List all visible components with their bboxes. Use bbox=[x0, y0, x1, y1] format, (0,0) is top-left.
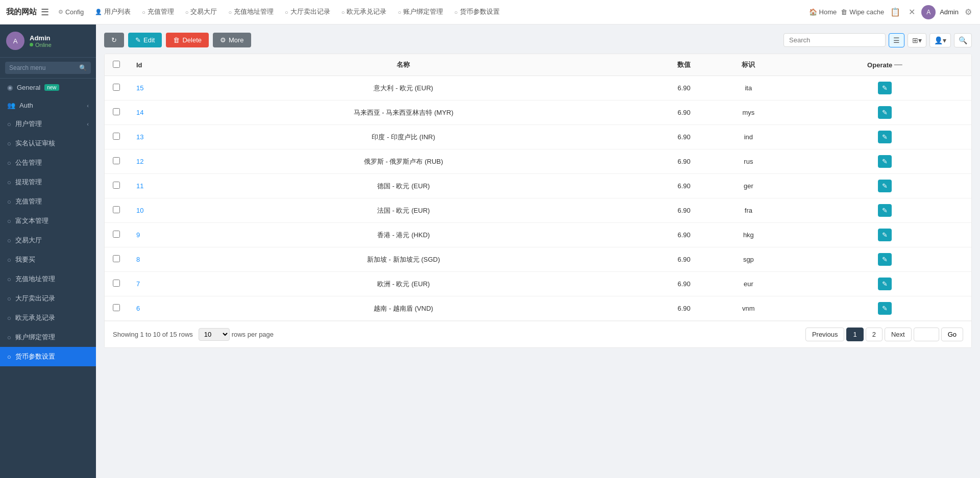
row-edit-button[interactable]: ✎ bbox=[878, 106, 892, 119]
row-flag-cell: fra bbox=[699, 198, 798, 223]
sidebar-item-hall-sell[interactable]: ○ 大厅卖出记录 bbox=[0, 289, 96, 308]
sidebar-item-buy[interactable]: ○ 我要买 bbox=[0, 250, 96, 269]
sidebar-icon-recharge: ○ bbox=[7, 198, 11, 206]
sidebar-item-euro-record[interactable]: ○ 欧元承兑记录 bbox=[0, 308, 96, 328]
sidebar-profile: A Admin Online bbox=[0, 24, 96, 58]
sidebar-item-trading[interactable]: ○ 交易大厅 bbox=[0, 231, 96, 250]
row-edit-button[interactable]: ✎ bbox=[878, 229, 892, 241]
list-view-btn[interactable]: ☰ bbox=[889, 33, 904, 47]
sidebar-item-left-auth: 👥 Auth bbox=[7, 102, 33, 109]
row-edit-button[interactable]: ✎ bbox=[878, 278, 892, 290]
top-nav-link-address-mgmt[interactable]: ○充值地址管理 bbox=[223, 6, 279, 18]
sidebar-item-fuben[interactable]: ○ 富文本管理 bbox=[0, 211, 96, 231]
row-operate-cell: ✎ bbox=[798, 174, 971, 198]
row-checkbox[interactable] bbox=[113, 133, 120, 140]
sidebar-item-addr-mgmt[interactable]: ○ 充值地址管理 bbox=[0, 269, 96, 289]
top-nav-link-currency-param[interactable]: ○货币参数设置 bbox=[449, 6, 505, 18]
row-edit-button[interactable]: ✎ bbox=[878, 131, 892, 143]
toolbar: ↻ ✎ Edit 🗑 Delete ⚙ More ☰ ⊞▾ 👤▾ 🔍 bbox=[104, 33, 972, 47]
grid-view-btn[interactable]: ⊞▾ bbox=[908, 33, 926, 47]
row-edit-button[interactable]: ✎ bbox=[878, 204, 892, 217]
row-checkbox[interactable] bbox=[113, 157, 120, 164]
search-toggle-btn[interactable]: 🔍 bbox=[954, 33, 972, 47]
sidebar-label-hall-sell: 大厅卖出记录 bbox=[15, 294, 55, 303]
page-jump-input[interactable] bbox=[914, 328, 939, 341]
top-nav-link-trading[interactable]: ○交易大厅 bbox=[180, 6, 223, 18]
go-button[interactable]: Go bbox=[941, 328, 963, 341]
edit-button[interactable]: ✎ Edit bbox=[128, 33, 162, 47]
row-checkbox[interactable] bbox=[113, 206, 120, 213]
row-checkbox[interactable] bbox=[113, 280, 120, 287]
row-checkbox[interactable] bbox=[113, 304, 120, 311]
row-value-cell: 6.90 bbox=[599, 76, 699, 100]
sidebar-badge-general: new bbox=[44, 84, 59, 91]
table-row: 10 法国 - 欧元 (EUR) 6.90 fra ✎ bbox=[105, 198, 971, 223]
select-all-checkbox[interactable] bbox=[113, 61, 120, 68]
row-checkbox[interactable] bbox=[113, 255, 120, 262]
top-nav-link-euro-承兑[interactable]: ○欧元承兑记录 bbox=[336, 6, 392, 18]
delete-button[interactable]: 🗑 Delete bbox=[166, 33, 209, 47]
row-checkbox-cell bbox=[105, 223, 128, 247]
column-toggle-btn[interactable]: 👤▾ bbox=[929, 33, 951, 47]
row-id-cell[interactable]: 12 bbox=[128, 149, 208, 174]
row-id-cell[interactable]: 13 bbox=[128, 125, 208, 149]
home-label: Home bbox=[819, 8, 837, 16]
sidebar-item-acct-bind[interactable]: ○ 账户绑定管理 bbox=[0, 328, 96, 347]
sidebar-item-recharge[interactable]: ○ 充值管理 bbox=[0, 192, 96, 211]
prev-button[interactable]: Previous bbox=[805, 328, 845, 341]
admin-avatar[interactable]: A bbox=[921, 5, 936, 19]
top-nav-link-config[interactable]: ⚙Config bbox=[53, 7, 89, 18]
row-id-cell[interactable]: 8 bbox=[128, 247, 208, 272]
sidebar-item-auth[interactable]: 👥 Auth ‹ bbox=[0, 96, 96, 114]
home-link[interactable]: 🏠 Home bbox=[809, 8, 837, 16]
sidebar-label-withdrawal: 提现管理 bbox=[15, 178, 42, 187]
rows-per-page-select[interactable]: 10 25 50 bbox=[199, 328, 230, 341]
more-button[interactable]: ⚙ More bbox=[213, 33, 251, 47]
minus-icon[interactable]: — bbox=[894, 60, 902, 69]
row-checkbox[interactable] bbox=[113, 108, 120, 115]
sidebar-item-left-recharge: ○ 充值管理 bbox=[7, 197, 42, 206]
table-row: 7 欧洲 - 欧元 (EUR) 6.90 eur ✎ bbox=[105, 272, 971, 296]
search-input[interactable] bbox=[783, 33, 886, 47]
row-id-cell[interactable]: 15 bbox=[128, 76, 208, 100]
search-menu-input[interactable] bbox=[5, 62, 91, 74]
row-checkbox[interactable] bbox=[113, 231, 120, 238]
row-id-cell[interactable]: 11 bbox=[128, 174, 208, 198]
top-nav-link-account-bind[interactable]: ○账户绑定管理 bbox=[393, 6, 448, 18]
wipe-cache-link[interactable]: 🗑 Wipe cache bbox=[841, 8, 884, 16]
header-checkbox-col bbox=[105, 54, 128, 76]
row-operate-cell: ✎ bbox=[798, 272, 971, 296]
refresh-button[interactable]: ↻ bbox=[104, 33, 124, 47]
next-button[interactable]: Next bbox=[885, 328, 912, 341]
row-edit-button[interactable]: ✎ bbox=[878, 82, 892, 94]
row-id-cell[interactable]: 14 bbox=[128, 100, 208, 125]
row-checkbox[interactable] bbox=[113, 182, 120, 189]
close-icon[interactable]: ✕ bbox=[906, 5, 917, 19]
rows-per-page-label: rows per page bbox=[232, 331, 274, 338]
sidebar-item-general[interactable]: ◉ General new bbox=[0, 79, 96, 96]
row-edit-button[interactable]: ✎ bbox=[878, 180, 892, 192]
row-edit-button[interactable]: ✎ bbox=[878, 155, 892, 168]
top-nav-link-hall-sell[interactable]: ○大厅卖出记录 bbox=[280, 6, 335, 18]
sidebar-item-user-mgmt[interactable]: ○ 用户管理 ‹ bbox=[0, 114, 96, 134]
row-id-cell[interactable]: 9 bbox=[128, 223, 208, 247]
row-id-cell[interactable]: 6 bbox=[128, 296, 208, 321]
sidebar-item-realname[interactable]: ○ 实名认证审核 bbox=[0, 134, 96, 153]
row-edit-button[interactable]: ✎ bbox=[878, 253, 892, 266]
hamburger-menu[interactable]: ☰ bbox=[41, 7, 49, 18]
clipboard-icon[interactable]: 📋 bbox=[888, 5, 902, 19]
settings-icon[interactable]: ⚙ bbox=[963, 5, 974, 19]
sidebar-item-currency-set[interactable]: ○ 货币参数设置 bbox=[0, 347, 96, 366]
top-nav-link-user-list[interactable]: 👤用户列表 bbox=[90, 6, 136, 18]
sidebar-item-notice[interactable]: ○ 公告管理 bbox=[0, 153, 96, 172]
sidebar-item-withdrawal[interactable]: ○ 提现管理 bbox=[0, 172, 96, 192]
row-id-cell[interactable]: 7 bbox=[128, 272, 208, 296]
rows-per-page-wrap: 10 25 50 rows per page bbox=[199, 328, 274, 341]
row-id-cell[interactable]: 10 bbox=[128, 198, 208, 223]
row-checkbox[interactable] bbox=[113, 84, 120, 91]
row-edit-button[interactable]: ✎ bbox=[878, 302, 892, 315]
page-1-button[interactable]: 1 bbox=[846, 328, 863, 341]
admin-name[interactable]: Admin bbox=[940, 8, 959, 16]
top-nav-link-recharge-mgmt[interactable]: ○充值管理 bbox=[137, 6, 179, 18]
page-2-button[interactable]: 2 bbox=[866, 328, 883, 341]
